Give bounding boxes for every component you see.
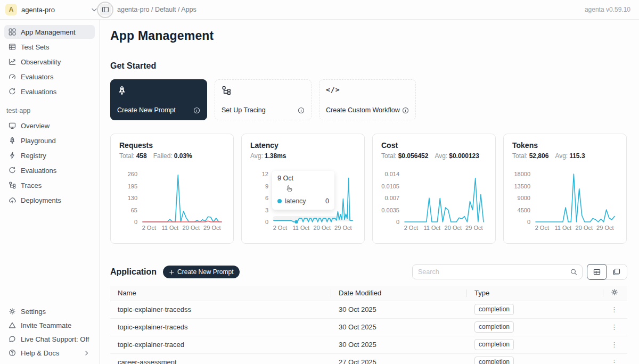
cell-type: completion (467, 318, 603, 336)
table-view-button[interactable] (587, 264, 607, 280)
sidebar-item-deployments[interactable]: Deployments (4, 193, 95, 207)
get-started-card-create-custom-workflow[interactable]: </>Create Custom Workflow (319, 79, 416, 120)
tokens-chart: 04500900013500180002 Oct11 Oct20 Oct29 O… (512, 168, 618, 224)
sidebar-item-settings[interactable]: Settings (4, 304, 95, 318)
sidebar-item-overview[interactable]: Overview (4, 119, 95, 133)
x-tick-label: 11 Oct (555, 225, 572, 231)
stats-cards: RequestsTotal:458Failed:0.03%06513019526… (110, 134, 627, 244)
sidebar-item-invite-teammate[interactable]: Invite Teammate (4, 318, 95, 332)
x-tick-label: 20 Oct (576, 225, 593, 231)
y-tick-label: 0.007 (384, 195, 399, 201)
table-row[interactable]: topic-explainer-tracedss30 Oct 2025compl… (110, 301, 627, 318)
table-row[interactable]: career-assessment27 Oct 2025completion⋮ (110, 353, 627, 364)
y-tick-label: 12 (262, 171, 268, 177)
sidebar-item-observability[interactable]: Observability (4, 55, 95, 69)
sidebar-item-label: App Management (21, 28, 76, 36)
metric: Avg:$0.000123 (435, 152, 479, 160)
sidebar-item-playground[interactable]: Playground (4, 134, 95, 147)
stat-card-cost: CostTotal:$0.056452Avg:$0.00012300.00350… (372, 134, 496, 244)
row-menu-button[interactable]: ⋮ (611, 323, 618, 331)
workspace-switcher[interactable]: A agenta-pro (5, 4, 97, 15)
y-tick-label: 9 (265, 183, 268, 189)
y-tick-label: 260 (128, 171, 137, 177)
search-input[interactable] (418, 268, 570, 276)
application-header: Application Create New Prompt (110, 264, 627, 280)
sidebar-item-help-docs[interactable]: Help & Docs (4, 346, 95, 360)
card-view-button[interactable] (607, 264, 627, 279)
search-box[interactable] (412, 264, 583, 279)
mouse-cursor-icon (285, 185, 293, 193)
chevron-down-icon (92, 8, 97, 12)
column-settings-gear-icon[interactable] (611, 288, 618, 296)
gear-icon (9, 308, 16, 315)
column-header-name[interactable]: Name (110, 286, 331, 301)
sidebar-item-live-chat-support-off[interactable]: Live Chat Support: Off (4, 332, 95, 346)
x-tick-label: 2 Oct (273, 225, 287, 231)
sidebar-top-nav: App ManagementTest SetsObservabilityEval… (4, 25, 95, 100)
x-tick-label: 2 Oct (404, 225, 418, 231)
sidebar-item-label: Playground (21, 137, 56, 145)
cell-name: topic-explainer-traceds (110, 318, 331, 336)
get-started-cards: Create New PromptSet Up Tracing</>Create… (110, 79, 627, 120)
y-tick-label: 65 (131, 207, 137, 213)
chat-icon (9, 335, 16, 343)
sidebar-bottom-nav: SettingsInvite TeammateLive Chat Support… (4, 304, 95, 360)
tree-icon (222, 86, 231, 95)
workspace-avatar: A (5, 4, 17, 15)
sidebar-item-app-management[interactable]: App Management (4, 25, 95, 39)
sidebar-item-label: Live Chat Support: Off (21, 335, 89, 343)
sidebar-item-test-sets[interactable]: Test Sets (4, 40, 95, 54)
row-menu-button[interactable]: ⋮ (611, 341, 618, 349)
x-tick-label: 11 Oct (162, 225, 179, 231)
y-tick-label: 195 (128, 183, 137, 189)
x-tick-label: 29 Oct (465, 225, 482, 231)
search-icon[interactable] (570, 269, 577, 276)
stat-title: Cost (381, 141, 487, 150)
row-menu-button[interactable]: ⋮ (611, 358, 618, 364)
x-tick-label: 20 Oct (183, 225, 200, 231)
sidebar-item-evaluators[interactable]: Evaluators (4, 70, 95, 84)
rocket-icon (117, 86, 127, 95)
sidebar-item-registry[interactable]: Registry (4, 148, 95, 162)
table-row[interactable]: topic-explainer-traced30 Oct 2025complet… (110, 336, 627, 353)
create-new-prompt-button[interactable]: Create New Prompt (163, 266, 240, 278)
x-tick-label: 2 Oct (535, 225, 549, 231)
column-header-date-modified[interactable]: Date Modified (331, 286, 467, 301)
stat-title: Tokens (512, 141, 618, 150)
main-content: App Management Get Started Create New Pr… (100, 0, 639, 364)
sidebar-item-traces[interactable]: Traces (4, 178, 95, 192)
get-started-heading: Get Started (110, 61, 627, 71)
y-tick-label: 6 (265, 195, 268, 201)
panel-left-icon (102, 6, 109, 13)
table-row[interactable]: topic-explainer-traceds30 Oct 2025comple… (110, 318, 627, 336)
x-tick-label: 2 Oct (142, 225, 156, 231)
sidebar-item-evaluations[interactable]: Evaluations (4, 85, 95, 98)
column-header-type[interactable]: Type (467, 286, 603, 301)
application-heading: Application (110, 267, 157, 277)
row-menu-button[interactable]: ⋮ (611, 305, 618, 313)
stat-title: Latency (250, 141, 356, 150)
view-toggle (587, 264, 627, 280)
sidebar-item-label: Evaluations (21, 167, 56, 175)
info-icon[interactable] (193, 107, 200, 114)
y-tick-label: 4500 (518, 207, 530, 213)
rocket-icon (9, 137, 16, 144)
sidebar-item-evaluations[interactable]: Evaluations (4, 163, 95, 177)
x-tick-label: 11 Oct (293, 225, 310, 231)
y-tick-label: 0.0105 (381, 183, 399, 189)
breadcrumb[interactable]: agenta-pro / Default / Apps (117, 6, 196, 13)
tooltip-date: 9 Oct (277, 175, 329, 182)
tooltip-series: latency (285, 197, 306, 205)
tree-icon (9, 181, 16, 189)
sidebar-collapse-button[interactable] (100, 4, 111, 15)
sidebar-item-label: Help & Docs (21, 349, 59, 357)
cell-name: topic-explainer-tracedss (110, 301, 331, 318)
info-icon[interactable] (402, 107, 409, 114)
info-icon[interactable] (298, 107, 305, 114)
y-tick-label: 3 (265, 207, 268, 213)
get-started-card-create-new-prompt[interactable]: Create New Prompt (110, 79, 207, 120)
gauge-icon (9, 73, 16, 80)
observability-icon (9, 58, 16, 65)
x-tick-label: 20 Oct (314, 225, 331, 231)
get-started-card-set-up-tracing[interactable]: Set Up Tracing (215, 79, 312, 120)
